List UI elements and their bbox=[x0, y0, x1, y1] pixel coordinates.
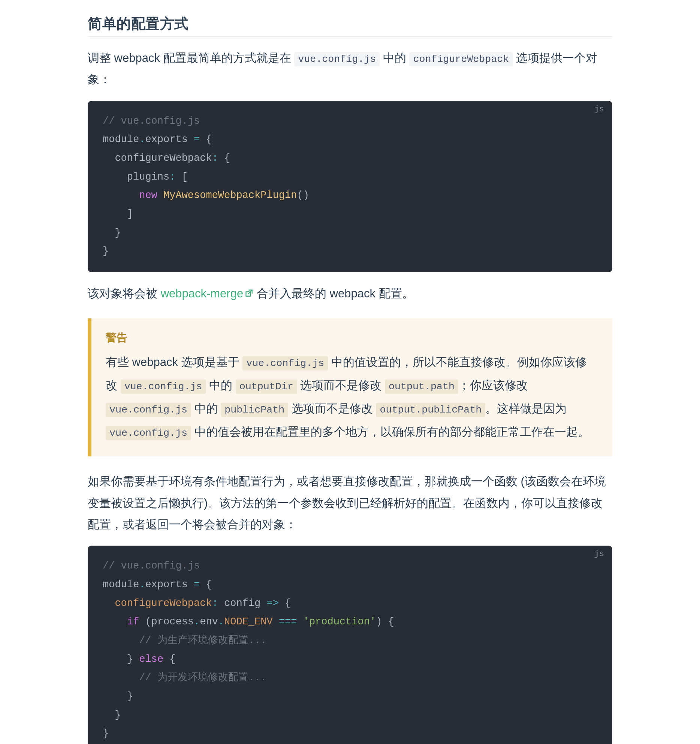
code-token: { bbox=[279, 598, 291, 609]
code-token: === bbox=[279, 616, 297, 627]
code-token: config bbox=[218, 598, 267, 609]
inline-code: vue.config.js bbox=[106, 403, 191, 417]
code-token: . bbox=[218, 616, 224, 627]
code-content: // vue.config.js module.exports = { conf… bbox=[103, 112, 597, 261]
inline-code: vue.config.js bbox=[294, 52, 380, 66]
code-token: . bbox=[139, 134, 145, 145]
inline-code: output.publicPath bbox=[376, 403, 485, 417]
code-token: MyAwesomeWebpackPlugin bbox=[163, 190, 297, 201]
code-block-2: js // vue.config.js module.exports = { c… bbox=[88, 546, 612, 744]
code-token bbox=[157, 190, 163, 201]
code-token: = bbox=[194, 134, 200, 145]
code-token: { bbox=[163, 654, 175, 665]
text: ；你应该修改 bbox=[458, 379, 528, 392]
code-token: } bbox=[103, 227, 121, 238]
text: 中的 bbox=[191, 402, 221, 415]
code-token: env bbox=[200, 616, 218, 627]
code-token: } bbox=[103, 691, 133, 702]
code-token: : bbox=[169, 171, 175, 183]
code-token: 'production' bbox=[303, 616, 376, 627]
code-token: if bbox=[127, 616, 139, 627]
inline-code: output.path bbox=[385, 380, 458, 394]
inline-code: publicPath bbox=[221, 403, 288, 417]
code-token: } bbox=[103, 654, 139, 665]
text: 该对象将会被 bbox=[88, 287, 161, 300]
code-token: () bbox=[297, 190, 309, 201]
code-token bbox=[273, 616, 279, 627]
link-text: webpack-merge bbox=[161, 287, 244, 300]
inline-code: configureWebpack bbox=[409, 52, 513, 66]
text: 调整 webpack 配置最简单的方式就是在 bbox=[88, 51, 294, 64]
code-token bbox=[103, 616, 127, 627]
text: 选项而不是修改 bbox=[288, 402, 376, 415]
inline-code: vue.config.js bbox=[242, 356, 328, 370]
inline-code: vue.config.js bbox=[106, 426, 191, 440]
text: 中的值会被用在配置里的多个地方，以确保所有的部分都能正常工作在一起。 bbox=[191, 425, 589, 438]
code-token: [ bbox=[175, 171, 187, 183]
warning-body: 有些 webpack 选项是基于 vue.config.js 中的值设置的，所以… bbox=[106, 351, 598, 444]
code-token bbox=[103, 190, 139, 201]
code-token: = bbox=[194, 579, 200, 590]
code-token: { bbox=[218, 153, 230, 164]
paragraph-3: 如果你需要基于环境有条件地配置行为，或者想要直接修改配置，那就换成一个函数 (该… bbox=[88, 471, 612, 535]
section-heading: 简单的配置方式 bbox=[88, 14, 612, 37]
code-token: (process bbox=[139, 616, 194, 627]
code-token: // 为生产环境修改配置... bbox=[103, 635, 266, 646]
text: 选项而不是修改 bbox=[297, 379, 385, 392]
code-token: : bbox=[212, 153, 218, 164]
text: 中的 bbox=[380, 51, 409, 64]
code-token: . bbox=[139, 579, 145, 590]
code-token: exports bbox=[145, 134, 194, 145]
code-token: } bbox=[103, 710, 121, 721]
code-token: configureWebpack bbox=[103, 153, 212, 164]
code-token: exports bbox=[145, 579, 194, 590]
doc-page: 简单的配置方式 调整 webpack 配置最简单的方式就是在 vue.confi… bbox=[35, 0, 665, 744]
code-token: } bbox=[103, 246, 109, 257]
inline-code: vue.config.js bbox=[121, 380, 206, 394]
code-token: ) { bbox=[376, 616, 394, 627]
lang-label: js bbox=[594, 549, 604, 559]
code-token: new bbox=[139, 190, 157, 201]
code-token: { bbox=[200, 134, 212, 145]
code-token: NODE_ENV bbox=[224, 616, 273, 627]
code-token: => bbox=[266, 598, 278, 609]
warning-title: 警告 bbox=[106, 330, 598, 345]
code-token: : bbox=[212, 598, 218, 609]
code-token: else bbox=[139, 654, 163, 665]
inline-code: outputDir bbox=[236, 380, 297, 394]
code-token: plugins bbox=[103, 171, 169, 183]
text: 有些 webpack 选项是基于 bbox=[106, 356, 242, 369]
webpack-merge-link[interactable]: webpack-merge bbox=[161, 287, 254, 300]
text: 。这样做是因为 bbox=[485, 402, 567, 415]
code-token: configureWebpack bbox=[115, 598, 212, 609]
external-link-icon bbox=[245, 289, 253, 297]
paragraph-2: 该对象将会被 webpack-merge 合并入最终的 webpack 配置。 bbox=[88, 283, 612, 304]
intro-paragraph: 调整 webpack 配置最简单的方式就是在 vue.config.js 中的 … bbox=[88, 47, 612, 90]
code-token bbox=[103, 598, 115, 609]
code-token: // 为开发环境修改配置... bbox=[103, 672, 266, 683]
code-token: { bbox=[200, 579, 212, 590]
code-token: module bbox=[103, 579, 139, 590]
lang-label: js bbox=[594, 105, 604, 114]
code-token: } bbox=[103, 728, 109, 739]
code-token bbox=[297, 616, 303, 627]
warning-callout: 警告 有些 webpack 选项是基于 vue.config.js 中的值设置的… bbox=[88, 318, 612, 456]
code-token: // vue.config.js bbox=[103, 116, 200, 127]
code-content: // vue.config.js module.exports = { conf… bbox=[103, 557, 597, 743]
code-token: module bbox=[103, 134, 139, 145]
code-block-1: js // vue.config.js module.exports = { c… bbox=[88, 101, 612, 272]
code-token: // vue.config.js bbox=[103, 560, 200, 572]
code-token: . bbox=[194, 616, 200, 627]
code-token: ] bbox=[103, 208, 133, 220]
text: 中的 bbox=[206, 379, 236, 392]
text: 合并入最终的 webpack 配置。 bbox=[253, 287, 413, 300]
